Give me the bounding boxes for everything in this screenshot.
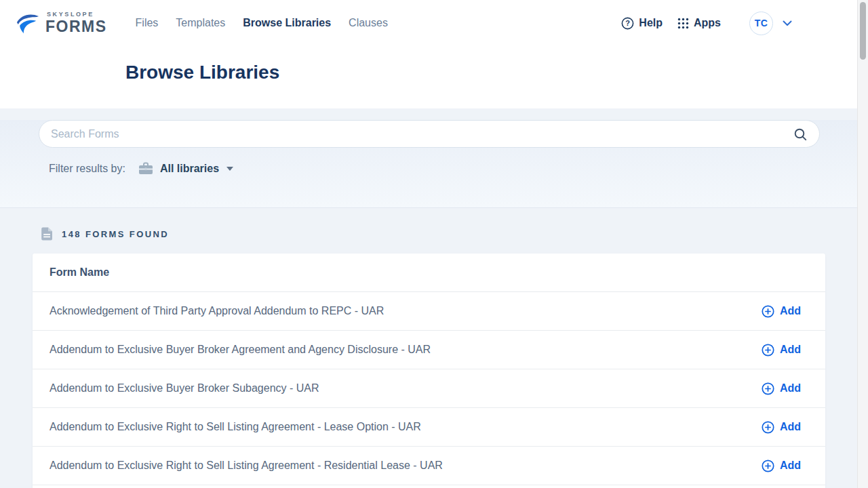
add-form-button[interactable]: Add: [762, 460, 801, 472]
plus-circle-icon: [762, 460, 774, 472]
library-selected-value: All libraries: [160, 163, 219, 175]
nav-item-clauses[interactable]: Clauses: [349, 17, 388, 29]
logo-skyslope-label: SKYSLOPE: [47, 12, 107, 18]
plus-circle-icon: [762, 305, 774, 318]
apps-label: Apps: [694, 17, 721, 29]
add-label: Add: [780, 460, 801, 472]
table-row: Addendum to Exclusive Buyer Broker Agree…: [33, 331, 825, 369]
main-content: 148 FORMS FOUND Form Name Acknowledgemen…: [0, 208, 868, 488]
add-form-button[interactable]: Add: [762, 382, 801, 395]
apps-grid-icon: [677, 18, 689, 29]
forms-table: Form Name Acknowledgement of Third Party…: [33, 253, 825, 488]
topbar: SKYSLOPE FORMS Files Templates Browse Li…: [0, 0, 868, 35]
results-count: 148 FORMS FOUND: [62, 229, 169, 239]
logo-forms-label: FORMS: [45, 19, 107, 35]
add-form-button[interactable]: Add: [762, 344, 801, 357]
avatar: TC: [749, 12, 773, 35]
filter-label: Filter results by:: [49, 163, 125, 175]
briefcase-icon: [138, 162, 153, 175]
add-form-button[interactable]: Add: [762, 305, 801, 318]
search-input[interactable]: [39, 120, 820, 148]
table-row: Addendum to Exclusive Right to Sell List…: [33, 447, 825, 485]
help-icon: ?: [621, 17, 634, 30]
form-name: Addendum to Exclusive Right to Sell List…: [50, 421, 421, 433]
results-bar: 148 FORMS FOUND: [0, 208, 868, 241]
app-header: SKYSLOPE FORMS Files Templates Browse Li…: [0, 0, 868, 108]
add-label: Add: [780, 421, 801, 433]
form-name: Addendum to Exclusive Right to Sell List…: [50, 460, 443, 472]
table-header-form-name: Form Name: [33, 253, 825, 292]
search-icon[interactable]: [791, 125, 810, 144]
plus-circle-icon: [762, 344, 774, 357]
filter-row: Filter results by: All libraries: [49, 162, 868, 175]
form-name: Acknowledgement of Third Party Approval …: [50, 305, 384, 317]
scrollbar-track[interactable]: [857, 0, 868, 488]
caret-down-icon: [226, 166, 234, 171]
search-bar: [39, 120, 820, 148]
account-menu-button[interactable]: TC: [749, 12, 792, 35]
library-filter-dropdown[interactable]: All libraries: [138, 162, 234, 175]
chevron-down-icon: [783, 20, 792, 26]
page-title: Browse Libraries: [125, 62, 868, 83]
nav-item-browse-libraries[interactable]: Browse Libraries: [243, 17, 331, 29]
table-row: Acknowledgement of Third Party Approval …: [33, 292, 825, 331]
nav-item-templates[interactable]: Templates: [176, 17, 225, 29]
plus-circle-icon: [762, 382, 774, 395]
add-label: Add: [780, 382, 801, 394]
help-button[interactable]: ? Help: [621, 17, 663, 30]
search-section: Filter results by: All libraries: [0, 120, 868, 208]
skyslope-swoosh-icon: [15, 11, 41, 35]
add-form-button[interactable]: Add: [762, 421, 801, 434]
scrollbar-thumb[interactable]: [860, 2, 866, 60]
header-actions: ? Help Apps TC: [621, 12, 792, 35]
apps-button[interactable]: Apps: [677, 17, 721, 29]
plus-circle-icon: [762, 421, 774, 434]
logo-text: SKYSLOPE FORMS: [45, 12, 107, 35]
svg-text:?: ?: [625, 19, 630, 27]
nav-item-files[interactable]: Files: [136, 17, 159, 29]
table-row: Addendum to Exclusive Right to Sell List…: [33, 408, 825, 447]
table-row: Addendum to Exclusive Buyer Broker Subag…: [33, 369, 825, 408]
table-row-partial: [33, 485, 825, 488]
add-label: Add: [780, 344, 801, 356]
main-nav: Files Templates Browse Libraries Clauses: [136, 17, 388, 29]
document-icon: [41, 227, 53, 241]
add-label: Add: [780, 305, 801, 317]
table-body: Acknowledgement of Third Party Approval …: [33, 292, 825, 485]
skyslope-logo[interactable]: SKYSLOPE FORMS: [15, 11, 107, 35]
form-name: Addendum to Exclusive Buyer Broker Subag…: [50, 382, 319, 394]
form-name: Addendum to Exclusive Buyer Broker Agree…: [50, 344, 431, 356]
help-label: Help: [639, 17, 663, 29]
